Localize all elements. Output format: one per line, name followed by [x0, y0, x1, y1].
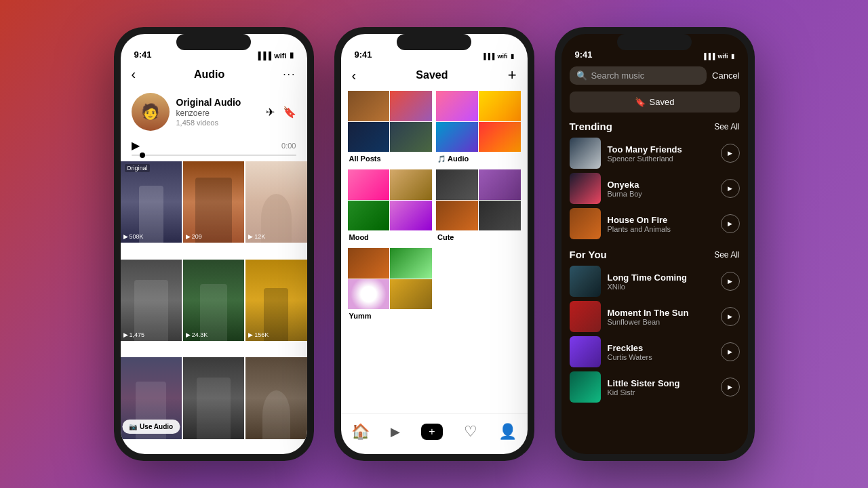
status-time-1: 9:41: [134, 49, 152, 60]
cute-q2: [479, 169, 521, 200]
music-icon: 🎵: [437, 155, 446, 163]
video-thumb[interactable]: ▶209: [183, 161, 244, 243]
play-button-2[interactable]: ▶: [721, 179, 740, 198]
play-button-1[interactable]: ▶: [721, 144, 740, 163]
save-icon[interactable]: 🔖: [283, 106, 296, 119]
music-title-4: Long Time Coming: [608, 272, 714, 283]
back-button-2[interactable]: ‹: [352, 68, 357, 83]
camera-icon: 📷: [129, 423, 137, 430]
video-thumb[interactable]: 📷 Use Audio: [121, 357, 182, 439]
for-you-section: For You See All Long Time Coming XNilo ▶…: [561, 249, 748, 403]
mood-quad: [348, 169, 433, 230]
play-button-5[interactable]: ▶: [721, 307, 740, 326]
trending-item-1[interactable]: Too Many Friends Spencer Sutherland ▶: [570, 138, 740, 169]
all-posts-quad: [348, 91, 433, 152]
trending-item-3[interactable]: House On Fire Plants and Animals ▶: [570, 208, 740, 239]
progress-track[interactable]: [132, 155, 296, 156]
bookmark-icon: 🔖: [635, 97, 646, 107]
saved-tab[interactable]: 🔖 Saved: [570, 92, 740, 113]
trending-see-all[interactable]: See All: [714, 122, 739, 131]
share-icon[interactable]: ✈: [266, 106, 275, 119]
nav-profile[interactable]: 👤: [498, 423, 517, 441]
use-audio-button[interactable]: 📷 Use Audio: [122, 420, 180, 434]
for-you-header: For You See All: [570, 249, 740, 260]
video-count-1: ▶508K: [123, 233, 144, 240]
for-you-item-4[interactable]: Little Sister Song Kid Sistr ▶: [570, 371, 740, 403]
mood-q3: [348, 201, 390, 231]
progress-bar: ▶ 0:00: [121, 136, 307, 161]
yumm-q1: [348, 248, 390, 279]
music-title-3: House On Fire: [608, 215, 714, 225]
phone-saved: 9:41 ▐▐▐ wifi ▮ ‹ Saved +: [334, 27, 534, 461]
middle-collections: Mood Cute: [348, 169, 521, 241]
quad-2: [390, 91, 432, 121]
cute-q4: [479, 201, 521, 231]
collection-audio[interactable]: 🎵 Audio: [436, 91, 521, 163]
for-you-item-2[interactable]: Moment In The Sun Sunflower Bean ▶: [570, 301, 740, 332]
music-title-1: Too Many Friends: [608, 144, 714, 155]
video-count-5: ▶24.3K: [186, 331, 208, 338]
video-thumb[interactable]: ▶1,475: [121, 260, 182, 341]
video-thumb[interactable]: ▶24.3K: [183, 260, 244, 341]
battery-icon-3: ▮: [731, 53, 734, 60]
music-art-4: [570, 266, 601, 297]
play-button-7[interactable]: ▶: [721, 378, 740, 396]
collection-cute[interactable]: Cute: [436, 169, 521, 241]
audio-video-count: 1,458 videos: [176, 119, 259, 127]
music-title-7: Little Sister Song: [608, 378, 714, 388]
search-placeholder: Search music: [591, 70, 645, 81]
music-info-3: House On Fire Plants and Animals: [608, 215, 714, 233]
music-info-5: Moment In The Sun Sunflower Bean: [608, 308, 714, 326]
video-thumb[interactable]: ▶12K: [245, 161, 307, 243]
play-button-3[interactable]: ▶: [721, 214, 740, 233]
music-artist-7: Kid Sistr: [608, 388, 714, 396]
for-you-item-3[interactable]: Freckles Curtis Waters ▶: [570, 336, 740, 367]
video-thumb[interactable]: [183, 357, 244, 439]
music-artist-6: Curtis Waters: [608, 353, 714, 361]
mood-q1: [348, 169, 390, 200]
nav-add[interactable]: +: [421, 424, 443, 440]
play-button-6[interactable]: ▶: [721, 342, 740, 361]
video-thumb[interactable]: [245, 357, 307, 439]
search-input-wrap[interactable]: 🔍 Search music: [570, 66, 707, 85]
video-thumb[interactable]: ▶156K: [245, 260, 307, 341]
music-info-4: Long Time Coming XNilo: [608, 272, 714, 291]
audio-username: kenzoere: [176, 108, 259, 118]
video-thumb[interactable]: Original ▶508K: [121, 161, 182, 243]
status-time-2: 9:41: [355, 49, 372, 60]
battery-icon: ▮: [290, 51, 294, 60]
add-button[interactable]: +: [508, 66, 517, 84]
audio-header: ‹ Audio ···: [121, 64, 307, 87]
nav-reels[interactable]: ▶: [391, 424, 400, 439]
battery-icon-2: ▮: [511, 53, 514, 60]
for-you-see-all[interactable]: See All: [714, 250, 739, 260]
quad-5: [436, 91, 478, 121]
play-button[interactable]: ▶: [132, 139, 140, 152]
for-you-item-1[interactable]: Long Time Coming XNilo ▶: [570, 266, 740, 297]
collection-mood[interactable]: Mood: [348, 169, 433, 241]
back-button-1[interactable]: ‹: [132, 66, 136, 82]
collection-all-posts[interactable]: All Posts: [348, 91, 433, 163]
video-count-4: ▶1,475: [123, 331, 145, 338]
collection-yumm[interactable]: Yumm: [348, 248, 433, 320]
music-art-5: [570, 301, 601, 332]
nav-home[interactable]: 🏠: [351, 423, 370, 441]
trending-item-2[interactable]: Onyeka Burna Boy ▶: [570, 173, 740, 204]
cute-q1: [436, 169, 478, 200]
trending-header: Trending See All: [570, 121, 740, 132]
yumm-q3: [348, 279, 390, 310]
saved-scroll[interactable]: All Posts 🎵 Audio: [341, 91, 528, 413]
more-button[interactable]: ···: [283, 68, 296, 81]
yumm-q2: [390, 248, 432, 279]
nav-heart[interactable]: ♡: [464, 423, 477, 441]
phone-notch-2: [397, 34, 471, 50]
play-button-4[interactable]: ▶: [721, 272, 740, 291]
video-count-3: ▶12K: [248, 233, 265, 240]
signal-icon-2: ▐▐▐: [481, 53, 494, 60]
phone-audio: 9:41 ▐▐▐ wifi ▮ ‹ Audio ··· 🧑 Original A…: [114, 27, 314, 461]
cancel-button[interactable]: Cancel: [712, 70, 739, 81]
progress-handle: [140, 152, 145, 158]
for-you-list: Long Time Coming XNilo ▶ Moment In The S…: [570, 266, 740, 403]
audio-actions: ✈ 🔖: [266, 106, 296, 119]
all-posts-label: All Posts: [348, 152, 433, 163]
